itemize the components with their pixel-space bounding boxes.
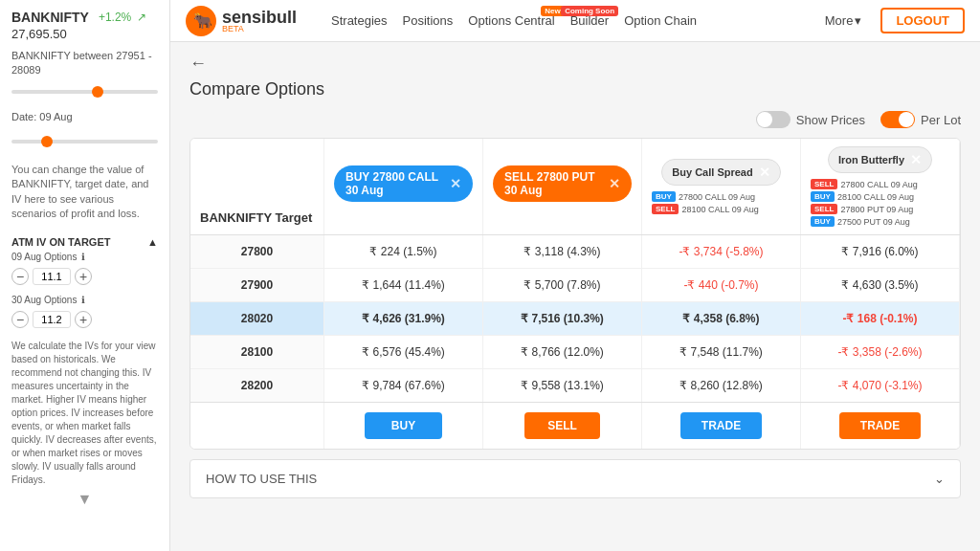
iv-09-increment[interactable]: + xyxy=(75,268,92,285)
target-cell: 27800 xyxy=(190,235,324,268)
per-lot-toggle[interactable] xyxy=(880,111,915,128)
value-cell-2: ₹ 8,766 (12.0%) xyxy=(483,336,642,368)
compare-table: BANKNIFTY Target BUY 27800 CALL 30 Aug ✕… xyxy=(189,138,961,450)
nav-options-central[interactable]: Options Central New xyxy=(468,13,554,28)
info-icon-09: ℹ xyxy=(81,252,85,262)
per-lot-label: Per Lot xyxy=(921,113,961,127)
show-prices-label: Show Prices xyxy=(796,113,865,127)
nav-positions[interactable]: Positions xyxy=(403,13,454,28)
value-cell-4: -₹ 4,070 (-3.1%) xyxy=(801,369,960,402)
range-label: BANKNIFTY between 27951 - 28089 xyxy=(11,49,158,78)
leg-row: SELL 28100 CALL 09 Aug xyxy=(652,204,791,214)
iv-30-decrement[interactable]: − xyxy=(11,311,29,328)
logout-button[interactable]: LOGOUT xyxy=(880,8,965,33)
iron-butterfly-card[interactable]: Iron Butterfly ✕ xyxy=(828,146,932,173)
leg-desc-2: 28100 CALL 09 Aug xyxy=(837,192,914,202)
action-sell: SELL xyxy=(483,403,642,449)
trade-button-2[interactable]: TRADE xyxy=(839,412,921,439)
value-cell-1: ₹ 9,784 (67.6%) xyxy=(324,369,483,402)
value-cell-1: ₹ 224 (1.5%) xyxy=(324,235,483,268)
ticker-price: 27,695.50 xyxy=(11,27,158,41)
trade-button-1[interactable]: TRADE xyxy=(680,412,762,439)
leg-row: BUY 28100 CALL 09 Aug xyxy=(811,191,949,202)
svg-text:🐂: 🐂 xyxy=(193,11,212,30)
iron-butterfly-close-icon[interactable]: ✕ xyxy=(910,152,922,167)
table-header: BANKNIFTY Target BUY 27800 CALL 30 Aug ✕… xyxy=(190,139,960,235)
iv-description: We calculate the IVs for your view based… xyxy=(11,340,158,487)
iv-09-decrement[interactable]: − xyxy=(11,268,29,285)
leg-row: SELL 27800 CALL 09 Aug xyxy=(811,179,949,189)
value-cell-2: ₹ 5,700 (7.8%) xyxy=(483,269,642,301)
controls-row: Show Prices Per Lot xyxy=(189,111,961,128)
leg-desc: 27800 CALL 09 Aug xyxy=(679,192,755,202)
trend-up-icon: ↗ xyxy=(137,11,146,24)
iv-30-increment[interactable]: + xyxy=(75,311,92,328)
buy-call-spread-close-icon[interactable]: ✕ xyxy=(759,165,770,180)
date-slider-thumb[interactable] xyxy=(41,136,53,147)
page-title: Compare Options xyxy=(189,79,961,99)
leg-desc-3: 27800 PUT 09 Aug xyxy=(840,205,913,214)
table-row: 28100₹ 6,576 (45.4%)₹ 8,766 (12.0%)₹ 7,5… xyxy=(190,336,960,369)
nav-more[interactable]: More ▾ xyxy=(825,13,862,28)
table-body: 27800₹ 224 (1.5%)₹ 3,118 (4.3%)-₹ 3,734 … xyxy=(190,235,960,402)
value-cell-3: -₹ 3,734 (-5.8%) xyxy=(642,235,801,268)
leg-desc-1: 27800 CALL 09 Aug xyxy=(840,180,917,189)
nav-builder[interactable]: Builder Coming Soon xyxy=(570,13,609,28)
range-slider[interactable] xyxy=(11,90,158,94)
how-to-use-section[interactable]: HOW TO USE THIS ⌄ xyxy=(189,459,961,498)
nav-strategies[interactable]: Strategies xyxy=(331,13,388,28)
page-content: ← Compare Options Show Prices Per Lot xyxy=(170,42,980,551)
strategy-3-header: Buy Call Spread ✕ BUY 27800 CALL 09 Aug … xyxy=(642,139,801,234)
atm-iv-label: ATM IV ON TARGET xyxy=(11,236,110,248)
value-cell-1: ₹ 4,626 (31.9%) xyxy=(324,302,483,335)
table-row: 28200₹ 9,784 (67.6%)₹ 9,558 (13.1%)₹ 8,2… xyxy=(190,369,960,402)
target-cell: 28200 xyxy=(190,369,324,402)
target-cell: 27900 xyxy=(190,269,324,301)
show-prices-toggle[interactable] xyxy=(756,111,791,128)
iv-09-input[interactable] xyxy=(33,268,71,285)
sell-badge-1: SELL xyxy=(811,179,837,189)
main-content: 🐂 sensibull BETA Strategies Positions Op… xyxy=(170,0,980,551)
value-cell-3: ₹ 4,358 (6.8%) xyxy=(642,302,801,335)
sidebar: BANKNIFTY +1.2% ↗ 27,695.50 BANKNIFTY be… xyxy=(0,0,170,551)
show-prices-control: Show Prices xyxy=(756,111,865,128)
action-buy: BUY xyxy=(324,403,483,449)
options-30-label: 30 Aug Options ℹ xyxy=(11,295,158,305)
sell-badge: SELL xyxy=(652,204,679,214)
buy-call-close-icon[interactable]: ✕ xyxy=(450,176,461,191)
scroll-down-icon[interactable]: ▼ xyxy=(11,491,158,508)
action-trade-2: TRADE xyxy=(801,403,960,449)
target-header: BANKNIFTY Target xyxy=(190,139,324,234)
sell-button[interactable]: SELL xyxy=(524,412,600,439)
buy-button[interactable]: BUY xyxy=(365,412,442,439)
value-cell-3: ₹ 7,548 (11.7%) xyxy=(642,336,801,368)
nav-links: Strategies Positions Options Central New… xyxy=(331,13,806,28)
slider-thumb[interactable] xyxy=(92,86,103,98)
per-lot-control: Per Lot xyxy=(880,111,961,128)
value-cell-4: ₹ 7,916 (6.0%) xyxy=(801,235,960,268)
coming-soon-badge: Coming Soon xyxy=(561,6,618,16)
strategy-1-header: BUY 27800 CALL 30 Aug ✕ xyxy=(324,139,483,234)
value-cell-1: ₹ 1,644 (11.4%) xyxy=(324,269,483,301)
collapse-icon[interactable]: ▲ xyxy=(147,236,158,248)
date-label: Date: 09 Aug xyxy=(11,111,158,122)
table-row: 27900₹ 1,644 (11.4%)₹ 5,700 (7.8%)-₹ 440… xyxy=(190,269,960,302)
sell-put-close-icon[interactable]: ✕ xyxy=(609,176,620,191)
buy-badge: BUY xyxy=(652,191,676,202)
leg-desc-4: 27500 PUT 09 Aug xyxy=(837,217,910,227)
date-slider[interactable] xyxy=(11,140,158,143)
value-cell-4: ₹ 4,630 (3.5%) xyxy=(801,269,960,301)
leg-row: BUY 27500 PUT 09 Aug xyxy=(811,216,949,227)
iv-30-input[interactable] xyxy=(33,311,71,328)
logo: 🐂 sensibull BETA xyxy=(186,6,297,36)
action-trade-1: TRADE xyxy=(642,403,801,449)
target-cell: 28100 xyxy=(190,336,324,368)
buy-call-pill[interactable]: BUY 27800 CALL 30 Aug ✕ xyxy=(334,165,473,202)
buy-call-spread-card[interactable]: Buy Call Spread ✕ xyxy=(661,159,780,186)
nav-option-chain[interactable]: Option Chain xyxy=(624,13,697,28)
value-cell-4: -₹ 3,358 (-2.6%) xyxy=(801,336,960,368)
back-arrow[interactable]: ← xyxy=(189,54,207,74)
options-09-label: 09 Aug Options ℹ xyxy=(11,252,158,262)
sell-put-pill[interactable]: SELL 27800 PUT 30 Aug ✕ xyxy=(493,165,632,202)
iron-butterfly-legs: SELL 27800 CALL 09 Aug BUY 28100 CALL 09… xyxy=(811,179,949,227)
